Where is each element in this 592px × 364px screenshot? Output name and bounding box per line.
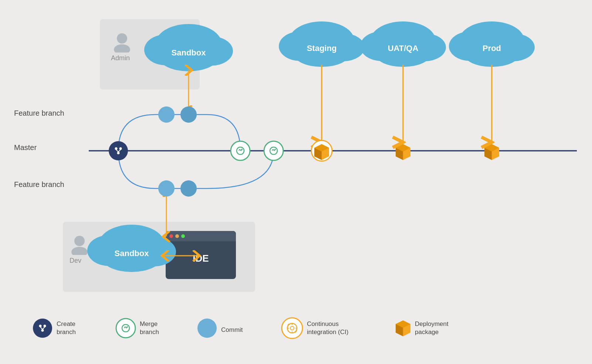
legend-deploy-text: Deployment xyxy=(415,320,449,327)
deploy-uatqa xyxy=(396,144,410,160)
deploy-prod xyxy=(484,144,499,160)
commit-bottom-1 xyxy=(158,180,175,197)
svg-text:Prod: Prod xyxy=(483,44,501,53)
svg-text:Sandbox: Sandbox xyxy=(115,249,149,258)
svg-text:Sandbox: Sandbox xyxy=(172,48,206,57)
commit-top-1 xyxy=(158,106,175,123)
create-branch-node xyxy=(109,141,128,160)
svg-text:integration (CI): integration (CI) xyxy=(307,329,348,336)
main-svg: Sandbox Sandbox Staging UAT/QA xyxy=(0,0,592,364)
sandbox-dev-cloud: Sandbox xyxy=(87,225,176,272)
svg-point-31 xyxy=(117,152,120,154)
svg-point-63 xyxy=(44,325,46,327)
svg-point-62 xyxy=(39,325,42,327)
legend-commit-icon xyxy=(197,319,217,338)
svg-point-12 xyxy=(102,244,161,272)
legend-commit-text: Commit xyxy=(221,326,243,333)
staging-cloud: Staging xyxy=(279,21,365,67)
uatqa-cloud: UAT/QA xyxy=(360,21,446,67)
legend-deploy-icon xyxy=(396,320,410,336)
sandbox-admin-cloud: Sandbox xyxy=(144,24,233,71)
merge-branch-node-1 xyxy=(231,141,250,160)
svg-text:branch: branch xyxy=(57,329,76,336)
legend-merge-branch-text: Merge xyxy=(140,320,158,327)
diagram-container: Admin Dev IDE Feature branch Master Feat… xyxy=(0,0,592,364)
merge-branch-node-2 xyxy=(264,141,283,160)
svg-point-7 xyxy=(159,43,218,71)
legend-create-branch-text: Create xyxy=(57,320,75,327)
prod-cloud: Prod xyxy=(449,21,535,67)
legend-create-branch-icon xyxy=(33,319,52,338)
svg-text:package: package xyxy=(415,329,439,336)
svg-text:Staging: Staging xyxy=(307,44,337,53)
svg-text:UAT/QA: UAT/QA xyxy=(388,44,419,53)
legend-merge-branch-icon xyxy=(116,319,135,338)
commit-bottom-2 xyxy=(180,180,197,197)
svg-point-30 xyxy=(119,147,122,150)
svg-text:branch: branch xyxy=(140,329,159,336)
svg-point-64 xyxy=(41,329,44,332)
legend-ci-text: Continuous xyxy=(307,320,339,327)
legend-ci-icon xyxy=(282,318,302,339)
svg-point-29 xyxy=(115,147,118,150)
commit-top-2 xyxy=(180,106,197,123)
